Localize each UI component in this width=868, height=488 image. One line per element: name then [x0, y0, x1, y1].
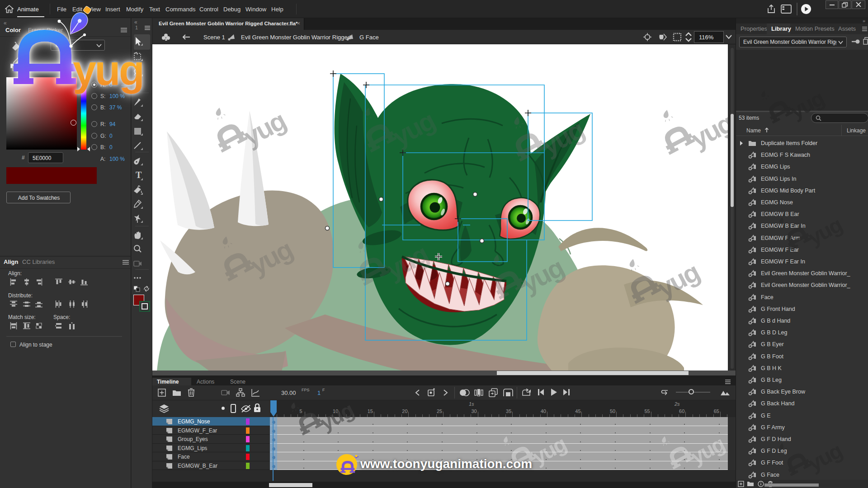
- svg-text:yug: yug: [687, 432, 728, 469]
- svg-text:yug: yug: [786, 86, 827, 123]
- svg-text:yug: yug: [804, 439, 845, 475]
- svg-text:yug: yug: [316, 398, 357, 435]
- svg-text:yug: yug: [804, 213, 845, 249]
